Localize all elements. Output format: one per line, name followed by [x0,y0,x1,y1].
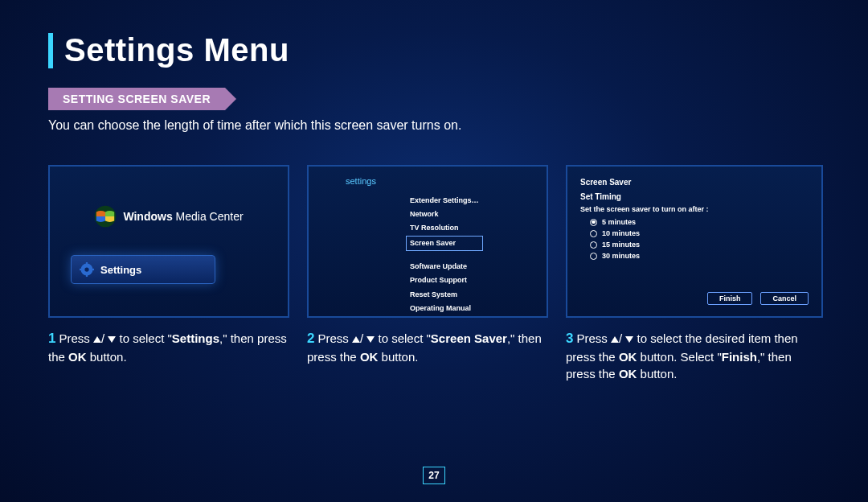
svg-rect-5 [80,269,83,270]
menu-item-selected[interactable]: Screen Saver [406,236,483,251]
option-15-minutes[interactable]: 15 minutes [590,241,640,249]
step-panels: Windows Media Center Settings settings E… [48,165,820,318]
settings-menu-header: settings [346,176,376,186]
title-accent-bar [48,33,53,68]
wmc-brand: Windows Media Center [50,205,288,231]
radio-icon [590,230,597,237]
finish-button[interactable]: Finish [707,292,753,305]
page-number: 27 [423,467,445,484]
panel-wmc-home: Windows Media Center Settings [48,165,289,318]
screen-saver-options: 5 minutes 10 minutes 15 minutes 30 minut… [590,218,640,263]
svg-rect-4 [86,274,88,277]
up-triangle-icon [352,336,360,343]
menu-item[interactable]: Software Update [410,260,479,274]
screen-saver-subtitle: Set Timing [580,192,621,201]
page-title: Settings Menu [64,32,289,68]
svg-rect-6 [91,269,94,270]
gear-icon [80,262,94,277]
intro-text: You can choose the length of time after … [48,118,820,133]
menu-item[interactable]: Extender Settings… [410,194,479,208]
menu-item[interactable]: Reset System [410,288,479,302]
down-triangle-icon [108,336,116,343]
caption-2: 2Press / to select "Screen Saver," then … [307,329,548,382]
windows-logo-icon [94,205,117,228]
step-captions: 1Press / to select "Settings," then pres… [48,329,820,382]
caption-1: 1Press / to select "Settings," then pres… [48,329,289,382]
settings-menu-list: Extender Settings… Network TV Resolution… [410,194,479,315]
screen-saver-instruction: Set the screen saver to turn on after : [580,205,709,213]
up-triangle-icon [611,336,619,343]
svg-point-2 [84,267,88,271]
title-row: Settings Menu [48,32,820,68]
radio-icon [590,241,597,249]
caption-3: 3Press / to select the desired item then… [566,329,823,382]
up-triangle-icon [93,336,101,343]
menu-item[interactable]: Network [410,208,479,221]
panel-screen-saver: Screen Saver Set Timing Set the screen s… [566,165,823,318]
menu-item[interactable]: Operating Manual [410,302,479,315]
section-heading: SETTING SCREEN SAVER [48,88,225,110]
option-30-minutes[interactable]: 30 minutes [590,252,640,260]
screen-saver-title: Screen Saver [580,178,631,187]
menu-item[interactable]: Product Support [410,274,479,287]
menu-item[interactable]: TV Resolution [410,221,479,235]
panel-settings-menu: settings Extender Settings… Network TV R… [307,165,548,318]
option-5-minutes[interactable]: 5 minutes [590,218,640,226]
radio-icon [590,219,597,226]
radio-icon [590,253,597,260]
option-10-minutes[interactable]: 10 minutes [590,229,640,237]
cancel-button[interactable]: Cancel [760,292,809,305]
settings-button-label: Settings [100,264,141,276]
down-triangle-icon [366,336,375,343]
down-triangle-icon [625,336,633,343]
wmc-brand-text: Windows Media Center [123,210,243,223]
settings-button[interactable]: Settings [71,255,215,284]
svg-rect-3 [86,262,88,265]
